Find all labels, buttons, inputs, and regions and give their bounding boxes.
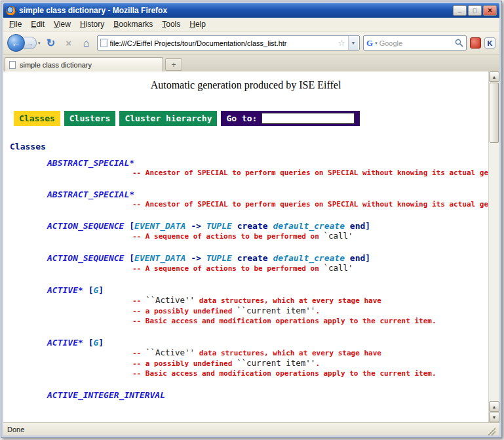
close-button[interactable]: ✕	[483, 5, 497, 16]
class-entry: ACTIVE* [G]-- ``Active'' data structures…	[47, 338, 488, 378]
bookmark-star-icon[interactable]: ☆	[338, 38, 345, 48]
class-name-link[interactable]: ABSTRACT_SPECIAL*	[47, 190, 134, 199]
section-title: Classes	[10, 142, 488, 151]
text-segment: EVENT_DATA	[134, 253, 185, 263]
class-comments: -- Ancestor of SPECIAL to perform querie…	[132, 199, 488, 209]
menu-help[interactable]: Help	[185, 18, 210, 30]
resize-grip[interactable]	[488, 428, 495, 435]
menu-edit[interactable]: Edit	[26, 18, 49, 30]
text-segment	[345, 221, 350, 231]
text-segment: TUPLE	[206, 253, 232, 263]
text-segment: [	[129, 253, 134, 263]
new-tab-button[interactable]: +	[165, 58, 182, 71]
status-bar: Done	[3, 422, 499, 435]
home-button[interactable]: ⌂	[79, 37, 94, 49]
class-name-link[interactable]: ACTION_SEQUENCE	[47, 221, 129, 231]
text-segment: data structures, which at every stage ha…	[195, 349, 381, 357]
menu-bookmarks[interactable]: Bookmarks	[109, 18, 157, 30]
comment-line: -- A sequence of actions to be performed…	[132, 263, 488, 273]
class-list: ABSTRACT_SPECIAL*-- Ancestor of SPECIAL …	[3, 158, 488, 400]
page-button-clusters[interactable]: Clusters	[64, 111, 116, 126]
stop-button[interactable]: ×	[62, 37, 76, 49]
menu-view[interactable]: View	[49, 18, 75, 30]
class-signature: ABSTRACT_SPECIAL*	[47, 190, 488, 199]
class-name-link[interactable]: ACTION_SEQUENCE	[47, 253, 129, 263]
text-segment: -- Ancestor of SPECIAL to perform querie…	[132, 200, 488, 209]
class-entry: ABSTRACT_SPECIAL*-- Ancestor of SPECIAL …	[47, 158, 488, 178]
class-comments: -- A sequence of actions to be performed…	[132, 263, 488, 273]
text-segment: -- a possibly undefined	[132, 359, 237, 368]
class-signature: ABSTRACT_SPECIAL*	[47, 158, 488, 168]
reload-button[interactable]: ↻	[44, 37, 58, 49]
class-name-link[interactable]: ACTIVE_INTEGER_INTERVAL	[47, 390, 165, 400]
menu-bar: FileEditViewHistoryBookmarksToolsHelp	[3, 18, 499, 31]
comment-line: -- a possibly undefined ``current item''…	[132, 306, 488, 316]
tab-simple-class-dictionary[interactable]: simple class dictionary	[5, 57, 163, 71]
url-dropdown-button[interactable]: ▼	[348, 36, 358, 50]
vertical-scrollbar[interactable]: ▲ ▲ ▼	[488, 71, 499, 422]
tab-page-icon	[9, 61, 16, 69]
text-segment: -- a possibly undefined	[132, 307, 237, 315]
maximize-button[interactable]: □	[468, 5, 482, 16]
text-segment: ]	[98, 338, 104, 348]
class-name-link[interactable]: ACTIVE*	[47, 285, 88, 295]
text-segment: default_create	[273, 253, 345, 263]
text-segment: ->	[185, 253, 206, 263]
document-viewport: Automatic generation produced by ISE Eif…	[3, 71, 488, 422]
navigation-toolbar: ← → ▾ ↻ × ⌂ ☆ ▼ G ▾ K	[3, 31, 499, 55]
search-engine-dropdown-icon[interactable]: ▾	[375, 41, 378, 46]
class-name-link[interactable]: ABSTRACT_SPECIAL*	[47, 158, 134, 168]
text-segment: ``Active''	[145, 295, 195, 305]
menu-tools[interactable]: Tools	[157, 18, 185, 30]
page-title: Automatic generation produced by ISE Eif…	[3, 79, 488, 91]
page-button-label: Go to:	[226, 113, 257, 123]
page-button-label: Classes	[19, 113, 55, 123]
class-signature: ACTIVE_INTEGER_INTERVAL	[47, 390, 488, 400]
window-title: simple class dictionary - Mozilla Firefo…	[19, 6, 450, 15]
tab-label: simple class dictionary	[20, 61, 92, 69]
search-input[interactable]	[379, 39, 453, 47]
text-segment: -- Ancestor of SPECIAL to perform querie…	[132, 169, 488, 177]
google-logo-icon: G	[366, 38, 373, 49]
page-button-label: Cluster hierarchy	[125, 113, 212, 123]
menu-history[interactable]: History	[75, 18, 109, 30]
comment-line: -- A sequence of actions to be performed…	[132, 231, 488, 241]
scrollbar-track[interactable]	[489, 144, 499, 401]
scrollbar-thumb[interactable]	[490, 83, 499, 143]
text-segment: ]	[98, 285, 104, 295]
addon-icon-red[interactable]	[470, 37, 481, 49]
search-bar[interactable]: G ▾	[363, 35, 467, 50]
scroll-down-button[interactable]: ▼	[489, 412, 499, 422]
window-controls: _ □ ✕	[453, 5, 497, 16]
text-segment: ]	[365, 253, 370, 263]
back-button[interactable]: ←	[7, 34, 25, 52]
search-icon[interactable]	[455, 39, 463, 47]
text-segment	[345, 253, 350, 263]
text-segment: .	[315, 307, 320, 315]
comment-line: -- Ancestor of SPECIAL to perform querie…	[132, 168, 488, 178]
minimize-button[interactable]: _	[453, 5, 467, 16]
text-segment: --	[132, 296, 145, 305]
comment-line: -- ``Active'' data structures, which at …	[132, 295, 488, 306]
page-nav-buttons: ClassesClustersCluster hierarchyGo to:	[14, 111, 488, 126]
url-input[interactable]	[110, 39, 336, 47]
goto-input[interactable]	[262, 113, 355, 124]
text-segment: create	[237, 221, 268, 231]
class-entry: ABSTRACT_SPECIAL*-- Ancestor of SPECIAL …	[47, 190, 488, 209]
page-button-classes[interactable]: Classes	[14, 111, 60, 126]
class-signature: ACTION_SEQUENCE [EVENT_DATA -> TUPLE cre…	[47, 253, 488, 263]
page-button-cluster-hierarchy[interactable]: Cluster hierarchy	[119, 111, 217, 126]
scroll-up-button[interactable]: ▲	[489, 71, 499, 82]
class-name-link[interactable]: ACTIVE*	[47, 338, 88, 348]
addon-icon-k[interactable]: K	[484, 37, 495, 49]
location-bar[interactable]: ☆ ▼	[97, 35, 360, 50]
menu-file[interactable]: File	[5, 18, 26, 30]
scroll-up-button-bottom[interactable]: ▲	[489, 401, 499, 412]
firefox-icon	[6, 6, 16, 16]
page-button-go-to[interactable]: Go to:	[221, 111, 360, 126]
class-entry: ACTIVE* [G]-- ``Active'' data structures…	[47, 285, 488, 326]
text-segment: .	[315, 359, 320, 368]
history-dropdown-icon[interactable]: ▾	[38, 41, 41, 46]
title-bar[interactable]: simple class dictionary - Mozilla Firefo…	[3, 3, 499, 18]
back-forward-cluster: ← → ▾	[7, 34, 41, 52]
